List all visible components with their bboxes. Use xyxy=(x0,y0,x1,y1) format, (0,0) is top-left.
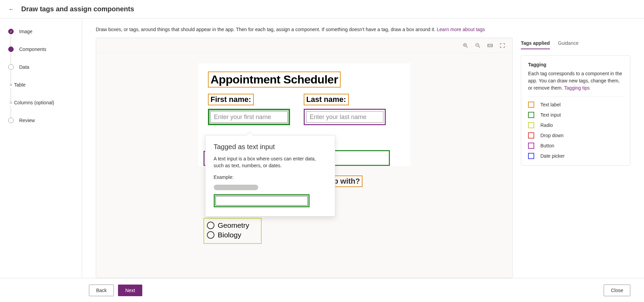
divider xyxy=(528,96,623,97)
canvas-toolbar xyxy=(96,38,512,53)
tagging-card-title: Tagging xyxy=(528,62,623,67)
tag-heading[interactable]: Appointment Scheduler xyxy=(208,71,341,88)
fit-width-icon[interactable] xyxy=(487,42,493,49)
page-title: Draw tags and assign components xyxy=(21,5,134,13)
back-button[interactable]: Back xyxy=(89,285,114,296)
swatch-icon xyxy=(528,143,534,149)
tag-tooltip: Tagged as text input A text input is a b… xyxy=(205,135,335,216)
learn-more-link[interactable]: Learn more about tags xyxy=(437,27,485,32)
sample-form-image[interactable]: Appointment Scheduler First name: Enter … xyxy=(198,63,410,166)
swatch-icon xyxy=(528,132,534,139)
legend-text-input[interactable]: Text input xyxy=(528,112,623,118)
sub-dot-icon xyxy=(10,102,12,104)
active-dot-icon xyxy=(8,47,14,52)
radio-icon xyxy=(207,222,214,229)
fit-screen-icon[interactable] xyxy=(499,42,505,49)
svg-line-5 xyxy=(478,46,480,48)
svg-line-1 xyxy=(466,46,468,48)
tagging-tips-link[interactable]: Tagging tips xyxy=(564,85,590,91)
tagging-canvas: Appointment Scheduler First name: Enter … xyxy=(96,38,513,278)
zoom-out-icon[interactable] xyxy=(475,42,481,49)
radio-option[interactable]: Geometry xyxy=(207,221,258,229)
pending-dot-icon xyxy=(8,118,14,123)
next-button[interactable]: Next xyxy=(118,285,142,296)
step-data[interactable]: Data xyxy=(8,64,74,82)
step-columns[interactable]: Columns (optional) xyxy=(8,100,74,118)
back-arrow-icon[interactable]: ← xyxy=(8,6,14,12)
header: ← Draw tags and assign components xyxy=(0,0,644,18)
tag-input-partial-right[interactable] xyxy=(332,150,390,166)
step-components[interactable]: Components xyxy=(8,47,74,64)
swatch-icon xyxy=(528,112,534,118)
swatch-icon xyxy=(528,153,534,159)
step-review[interactable]: Review xyxy=(8,118,74,123)
step-image[interactable]: ✓ Image xyxy=(8,29,74,47)
swatch-icon xyxy=(528,122,534,128)
pending-dot-icon xyxy=(8,64,14,70)
tagging-info-card: Tagging Each tag corresponds to a compon… xyxy=(521,55,630,166)
tag-label-lastname[interactable]: Last name: xyxy=(304,94,349,105)
tooltip-description: A text input is a box where users can en… xyxy=(214,156,327,169)
tag-label-firstname[interactable]: First name: xyxy=(208,94,254,105)
legend-radio[interactable]: Radio xyxy=(528,122,623,128)
tooltip-example-label: Example: xyxy=(214,174,327,180)
legend-date-picker[interactable]: Date picker xyxy=(528,153,623,159)
swatch-icon xyxy=(528,102,534,108)
close-button[interactable]: Close xyxy=(604,285,630,296)
tooltip-title: Tagged as text input xyxy=(214,143,327,151)
legend-drop-down[interactable]: Drop down xyxy=(528,132,623,139)
tag-input-firstname[interactable]: Enter your first name xyxy=(208,109,290,125)
tab-guidance[interactable]: Guidance xyxy=(558,38,579,49)
sub-dot-icon xyxy=(10,84,12,86)
tab-tags-applied[interactable]: Tags applied xyxy=(521,38,550,49)
tag-radio-group[interactable]: Geometry Biology xyxy=(203,218,262,244)
tagging-card-description: Each tag corresponds to a component in t… xyxy=(528,70,623,92)
check-icon: ✓ xyxy=(8,29,14,34)
radio-icon xyxy=(207,231,214,239)
tag-label-partial[interactable]: p with? xyxy=(331,175,363,187)
right-panel: Tags applied Guidance Tagging Each tag c… xyxy=(521,38,630,278)
tag-legend: Text label Text input Radio Drop do xyxy=(528,102,623,159)
radio-option[interactable]: Biology xyxy=(207,231,258,239)
instructions-text: Draw boxes, or tags, around things that … xyxy=(96,27,630,32)
legend-text-label[interactable]: Text label xyxy=(528,102,623,108)
wizard-steps-sidebar: ✓ Image Components Data Table Columns (o… xyxy=(0,18,82,278)
tag-input-lastname[interactable]: Enter your last name xyxy=(304,109,386,125)
example-text-input xyxy=(214,194,310,207)
wizard-footer: Back Next Close xyxy=(0,278,644,302)
right-panel-tabs: Tags applied Guidance xyxy=(521,38,630,49)
zoom-in-icon[interactable] xyxy=(462,42,469,49)
example-label-placeholder xyxy=(214,185,258,190)
step-table[interactable]: Table xyxy=(8,82,74,100)
legend-button[interactable]: Button xyxy=(528,143,623,149)
